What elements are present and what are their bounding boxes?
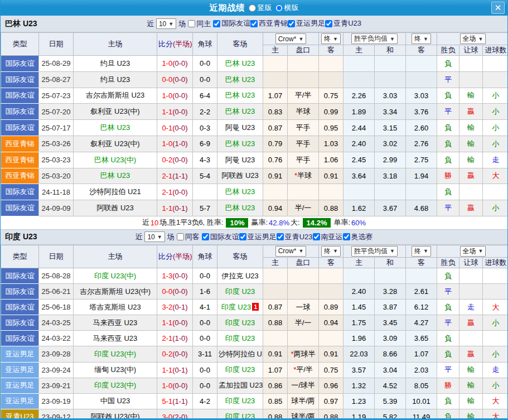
league-checkbox[interactable]: 国际友谊 xyxy=(213,18,250,28)
league-checkbox[interactable]: 南亚运 xyxy=(313,232,343,242)
same-venue-checkbox[interactable]: 同主 xyxy=(188,19,211,29)
checkbox-icon[interactable] xyxy=(288,20,295,27)
league-checkbox[interactable]: 西亚青锦 xyxy=(250,18,288,28)
home-team: 约旦 U23 xyxy=(74,56,157,72)
eu-home-odds: 1.32 xyxy=(343,378,375,393)
eu-home-odds: 2.40 xyxy=(343,136,375,152)
team-name: 巴林 U23 xyxy=(5,19,37,29)
bookmaker-select[interactable]: Crow*▼ xyxy=(275,246,307,257)
ah-line: 平手 xyxy=(288,136,319,152)
league-checkbox[interactable]: 亚运男足 xyxy=(239,232,277,242)
eu-draw-odds: 3.15 xyxy=(375,120,406,136)
eu-draw-odds: 3.18 xyxy=(375,168,406,184)
checkbox-icon[interactable] xyxy=(343,233,350,240)
league-checkbox[interactable]: 亚运男足 xyxy=(288,18,325,28)
home-team: 阿联酋 U23 xyxy=(74,200,157,216)
corner: 5-7 xyxy=(193,200,217,216)
checkbox-icon[interactable] xyxy=(325,20,332,27)
match-row: 国际友谊24-11-18沙特阿拉伯 U212-1(0-0)巴林 U23負 xyxy=(1,184,508,200)
away-team: 巴林 U23 xyxy=(217,200,263,216)
ah-home-odds xyxy=(263,71,288,88)
eu-time-select[interactable]: 终▼ xyxy=(412,33,431,44)
ah-away-odds xyxy=(319,284,343,300)
horizontal-radio-icon[interactable] xyxy=(275,4,283,12)
checkbox-icon[interactable] xyxy=(277,233,284,240)
match-date: 25-08-29 xyxy=(39,56,74,72)
col-wdl: 胜负 xyxy=(437,45,459,56)
eu-away-odds: 3.65 xyxy=(406,331,437,346)
red-card-badge: 1 xyxy=(252,303,259,311)
ah-line: *两球半 xyxy=(288,346,319,362)
ah-time-select[interactable]: 终▼ xyxy=(321,33,341,44)
col-eu-away: 客 xyxy=(406,45,437,56)
wdl-result: 負 xyxy=(437,331,459,346)
league-checkbox[interactable]: 亚青U23 xyxy=(325,18,361,28)
avg-select[interactable]: 胜平负均值▼ xyxy=(351,246,398,257)
chevron-down-icon: ▼ xyxy=(478,36,483,42)
scope-select[interactable]: 全场▼ xyxy=(460,33,486,44)
eu-time-select[interactable]: 终▼ xyxy=(412,246,431,257)
ah-home-odds xyxy=(263,56,288,72)
away-team: 巴林 U23 xyxy=(217,104,263,120)
checkbox-icon[interactable] xyxy=(213,20,220,27)
recent-count-select[interactable]: 10▼ xyxy=(156,18,176,29)
match-date: 25-08-28 xyxy=(39,268,74,283)
layout-radio-vertical[interactable]: 竖版 xyxy=(249,3,272,13)
checkbox-icon[interactable] xyxy=(239,233,246,240)
eu-home-odds: 2.26 xyxy=(343,88,375,104)
away-team: 巴林 U23 xyxy=(217,136,263,152)
league-checkbox[interactable]: 奥选赛 xyxy=(343,232,373,242)
avg-select[interactable]: 胜平负均值▼ xyxy=(351,33,398,44)
wdl-result: 平 xyxy=(437,362,459,378)
scope-select[interactable]: 全场▼ xyxy=(460,246,486,257)
home-team: 巴林 U23 xyxy=(74,168,157,184)
recent-count-select[interactable]: 10▼ xyxy=(144,231,165,242)
eu-away-odds: 3.76 xyxy=(406,104,437,120)
match-row: 西亚青锦25-03-26叙利亚 U23(中)1-0(1-0)6-9巴林 U230… xyxy=(1,136,508,152)
ah-home-odds: 0.85 xyxy=(263,393,288,409)
ah-line xyxy=(288,331,319,346)
checkbox-icon[interactable] xyxy=(202,233,209,240)
score: 1-0(0-0) xyxy=(157,56,193,72)
league-checkbox[interactable]: 亚青U23 xyxy=(277,232,313,242)
ah-away-odds: 0.75 xyxy=(319,362,343,378)
eu-home-odds xyxy=(343,184,375,200)
near-label: 近 xyxy=(135,232,142,242)
ou-result: 小 xyxy=(483,136,508,152)
checkbox-icon[interactable] xyxy=(250,20,258,27)
ah-time-select[interactable]: 终▼ xyxy=(321,246,341,257)
bookmaker-select[interactable]: Crow*▼ xyxy=(275,33,307,44)
eu-draw-odds xyxy=(375,184,406,200)
same-venue-checkbox[interactable]: 同客 xyxy=(177,232,200,242)
ou-result: 大 xyxy=(483,168,508,184)
league-badge: 亚运男足 xyxy=(1,362,39,378)
recent-results-window: 近期战绩 竖版 横版 ✕ 巴林 U23 近 10▼ 场 同主 国际友谊西亚青锦亚… xyxy=(0,0,508,420)
close-icon[interactable]: ✕ xyxy=(491,2,505,14)
chevron-down-icon: ▼ xyxy=(333,36,338,42)
league-badge: 国际友谊 xyxy=(1,200,39,216)
ah-line xyxy=(288,184,319,200)
wdl-result: 負 xyxy=(437,393,459,409)
away-team: 印度 U23 xyxy=(217,362,263,378)
away-team: 印度 U23 xyxy=(217,331,263,346)
corner: 6-4 xyxy=(193,88,217,104)
league-checkbox[interactable]: 国际友谊 xyxy=(202,232,239,242)
ah-away-odds: 0.88 xyxy=(319,409,343,420)
ou-result xyxy=(483,268,508,283)
eu-away-odds: 2.03 xyxy=(406,362,437,378)
checkbox-icon[interactable] xyxy=(313,233,320,240)
chevron-down-icon: ▼ xyxy=(298,248,303,254)
corner: 0-0 xyxy=(193,362,217,378)
corner: 0-0 xyxy=(193,71,217,88)
vertical-radio-icon[interactable] xyxy=(249,4,256,12)
checkbox-icon[interactable] xyxy=(188,20,195,27)
col-ah-home: 主 xyxy=(263,257,288,268)
ah-result xyxy=(459,184,483,200)
match-date: 25-07-23 xyxy=(39,88,74,104)
checkbox-icon[interactable] xyxy=(177,233,184,240)
wdl-result: 平 xyxy=(437,104,459,120)
wdl-result: 負 xyxy=(437,120,459,136)
league-badge: 亚青U23 xyxy=(1,409,39,420)
layout-radio-horizontal[interactable]: 横版 xyxy=(275,3,299,13)
eu-home-odds: 1.45 xyxy=(343,300,375,315)
